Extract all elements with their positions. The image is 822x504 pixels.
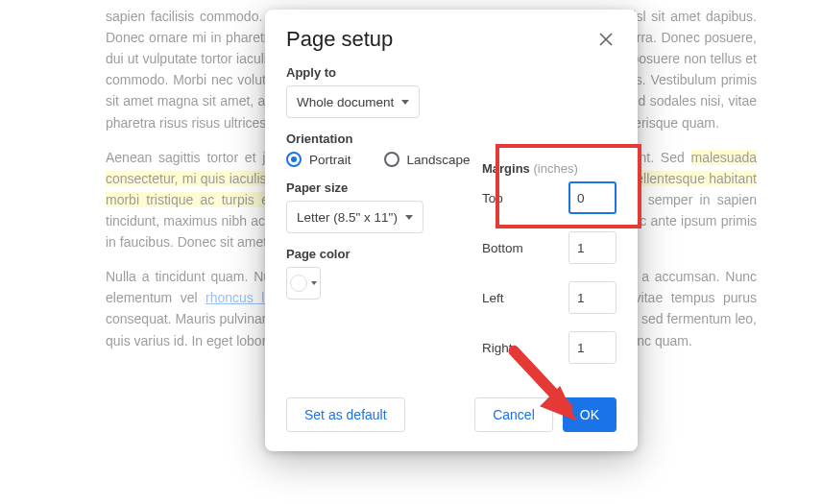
radio-landscape-label: Landscape [407, 153, 471, 167]
set-as-default-button[interactable]: Set as default [286, 397, 405, 432]
margin-right-input[interactable] [568, 331, 616, 364]
margin-bottom-input[interactable] [568, 231, 616, 264]
apply-to-label: Apply to [286, 65, 616, 80]
apply-to-dropdown[interactable]: Whole document [286, 85, 420, 118]
ok-button[interactable]: OK [563, 397, 616, 432]
margin-top-input[interactable] [568, 181, 616, 214]
dialog-title: Page setup [286, 27, 393, 52]
page-color-picker[interactable] [286, 267, 321, 300]
radio-landscape[interactable]: Landscape [384, 152, 471, 167]
chevron-down-icon [311, 281, 317, 285]
cancel-button[interactable]: Cancel [474, 397, 553, 432]
radio-portrait-label: Portrait [309, 153, 351, 167]
margin-left-input[interactable] [568, 281, 616, 314]
paper-size-dropdown[interactable]: Letter (8.5" x 11") [286, 201, 423, 233]
margin-bottom-label: Bottom [482, 241, 523, 255]
page-setup-dialog: Page setup Apply to Whole document Orien… [265, 10, 638, 451]
margins-group: Margins (inches) Top Bottom Left Right [482, 161, 616, 381]
margin-top-label: Top [482, 191, 503, 205]
color-swatch [290, 275, 307, 292]
radio-icon [384, 152, 399, 167]
chevron-down-icon [405, 215, 413, 220]
paper-size-value: Letter (8.5" x 11") [297, 210, 398, 225]
chevron-down-icon [401, 100, 409, 105]
margin-left-label: Left [482, 291, 504, 305]
radio-icon [286, 152, 302, 167]
radio-portrait[interactable]: Portrait [286, 152, 351, 167]
orientation-label: Orientation [286, 132, 616, 146]
apply-to-value: Whole document [297, 95, 394, 109]
close-icon[interactable] [595, 29, 616, 50]
margins-unit: (inches) [533, 161, 577, 176]
margin-right-label: Right [482, 341, 513, 355]
margins-label: Margins [482, 161, 530, 176]
